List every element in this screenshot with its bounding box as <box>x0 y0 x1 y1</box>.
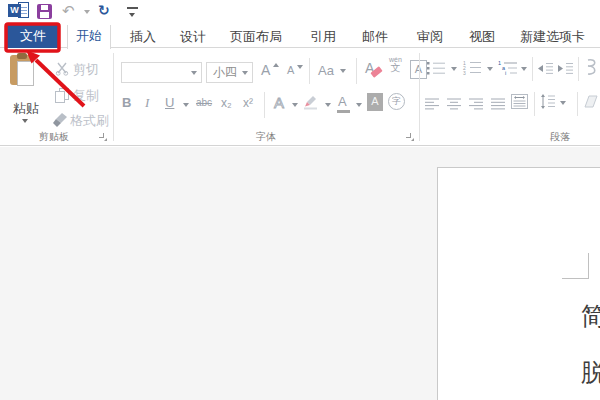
undo-dropdown-caret[interactable] <box>84 10 90 14</box>
word-app-icon[interactable]: W <box>8 2 30 19</box>
clear-format-button[interactable]: A <box>365 60 385 82</box>
numbering-button[interactable]: 1 2 3 <box>462 60 482 79</box>
line-spacing-caret[interactable] <box>560 101 566 105</box>
tab-mailings[interactable]: 邮件 <box>362 28 388 46</box>
word-window: W ↶ ↻ 文件 开始 插入 设计 页面布局 引用 邮件 审阅 视图 新建选项卡… <box>0 0 600 400</box>
numbering-caret[interactable] <box>487 67 493 71</box>
ribbon-tab-bar: 文件 开始 插入 设计 页面布局 引用 邮件 审阅 视图 新建选项卡 <box>0 22 600 48</box>
text-effects-caret[interactable] <box>292 103 298 107</box>
font-group-label: 字体 <box>180 130 352 144</box>
superscript-button[interactable]: x² <box>243 96 253 110</box>
document-page[interactable] <box>437 167 600 400</box>
tab-new-tab[interactable]: 新建选项卡 <box>520 28 585 46</box>
paste-clipboard-icon <box>10 55 34 85</box>
redo-icon[interactable]: ↻ <box>98 3 110 18</box>
format-painter-label[interactable]: 格式刷 <box>70 112 109 130</box>
document-text-partial: 简 <box>581 300 600 333</box>
tab-file[interactable]: 文件 <box>6 25 60 48</box>
bold-button[interactable]: B <box>122 95 131 110</box>
tab-design[interactable]: 设计 <box>180 28 206 46</box>
tab-home[interactable]: 开始 <box>67 25 111 49</box>
tab-page-layout[interactable]: 页面布局 <box>230 28 282 46</box>
margin-crop-mark-horizontal <box>562 278 589 279</box>
shading-icon <box>584 95 600 110</box>
distributed-icon <box>511 94 528 109</box>
underline-caret[interactable] <box>183 103 189 107</box>
paragraph-group-label: 段落 <box>500 130 600 144</box>
align-left-icon <box>425 98 440 110</box>
distributed-button[interactable] <box>511 94 528 113</box>
word-logo-letter: W <box>8 4 21 17</box>
highlight-caret[interactable] <box>325 103 331 107</box>
bullets-button[interactable] <box>426 61 446 79</box>
font-color-button[interactable]: A <box>338 94 347 109</box>
cut-label[interactable]: 剪切 <box>73 61 99 79</box>
text-effects-button[interactable]: A <box>274 94 284 111</box>
sort-icon <box>585 58 600 76</box>
margin-crop-mark-vertical <box>588 253 589 279</box>
change-case-button[interactable]: Aa <box>318 63 334 78</box>
underline-button[interactable]: U <box>165 95 174 110</box>
tab-view[interactable]: 视图 <box>469 28 495 46</box>
align-right-icon <box>469 98 484 110</box>
cut-icon[interactable] <box>55 62 69 80</box>
group-divider <box>113 53 114 141</box>
font-dialog-launcher[interactable] <box>406 133 414 141</box>
clipboard-dialog-launcher[interactable] <box>99 133 107 141</box>
numbering-icon: 1 2 3 <box>462 60 482 75</box>
subscript-button[interactable]: x₂ <box>221 96 232 110</box>
decrease-indent-button[interactable] <box>537 61 554 79</box>
clipboard-group-label: 剪贴板 <box>18 130 90 144</box>
align-right-button[interactable] <box>469 96 484 114</box>
tab-insert[interactable]: 插入 <box>130 28 156 46</box>
character-shading-button[interactable]: A <box>367 93 383 111</box>
italic-button[interactable]: I <box>145 95 149 111</box>
multilevel-list-button[interactable]: 1 a i <box>497 60 519 79</box>
highlight-color-button[interactable] <box>303 94 320 114</box>
font-color-caret[interactable] <box>356 103 362 107</box>
font-size-combo[interactable]: 小四 <box>206 62 253 83</box>
sort-button[interactable] <box>585 58 600 80</box>
group-divider <box>419 53 420 141</box>
justify-icon <box>491 98 506 110</box>
tab-references[interactable]: 引用 <box>310 28 336 46</box>
line-spacing-button[interactable] <box>540 94 556 113</box>
svg-text:i: i <box>505 70 506 75</box>
align-center-button[interactable] <box>447 96 462 114</box>
customize-qat-caret-icon[interactable] <box>127 7 138 17</box>
copy-label[interactable]: 复制 <box>73 87 99 105</box>
copy-icon[interactable] <box>55 88 69 107</box>
enclose-characters-button[interactable]: 字 <box>388 93 405 110</box>
paste-button[interactable] <box>10 55 34 85</box>
svg-text:1: 1 <box>498 60 501 66</box>
decrease-indent-icon <box>537 62 554 75</box>
increase-indent-button[interactable] <box>557 61 574 79</box>
font-size-value: 小四 <box>213 65 237 79</box>
line-spacing-icon <box>540 94 556 109</box>
svg-text:3: 3 <box>463 70 466 76</box>
font-name-combo[interactable] <box>121 62 202 83</box>
undo-icon[interactable]: ↶ <box>62 3 75 18</box>
increase-indent-icon <box>557 62 574 75</box>
strikethrough-button[interactable]: abc <box>196 97 212 108</box>
align-center-icon <box>447 98 462 110</box>
tab-review[interactable]: 审阅 <box>417 28 443 46</box>
phonetic-guide-button[interactable]: wén 文 <box>389 56 402 73</box>
justify-button[interactable] <box>491 96 506 114</box>
save-button[interactable] <box>37 4 52 19</box>
multilevel-caret[interactable] <box>521 67 527 71</box>
align-left-button[interactable] <box>425 96 440 114</box>
highlight-pen-icon <box>303 94 320 110</box>
ribbon: 粘贴 剪切 复制 格式刷 剪贴板 小四 A <box>0 48 600 146</box>
font-color-bar <box>337 110 350 113</box>
paste-dropdown-caret[interactable] <box>22 119 28 123</box>
format-painter-icon[interactable] <box>53 112 69 132</box>
bullets-icon <box>426 61 446 75</box>
shrink-font-button[interactable]: A <box>287 64 294 76</box>
shading-button[interactable] <box>584 95 600 114</box>
multilevel-list-icon: 1 a i <box>497 60 519 75</box>
grow-font-button[interactable]: A <box>261 62 270 78</box>
document-text-partial: 脱 <box>581 356 600 389</box>
bullets-caret[interactable] <box>451 67 457 71</box>
paste-label[interactable]: 粘贴 <box>6 100 46 118</box>
